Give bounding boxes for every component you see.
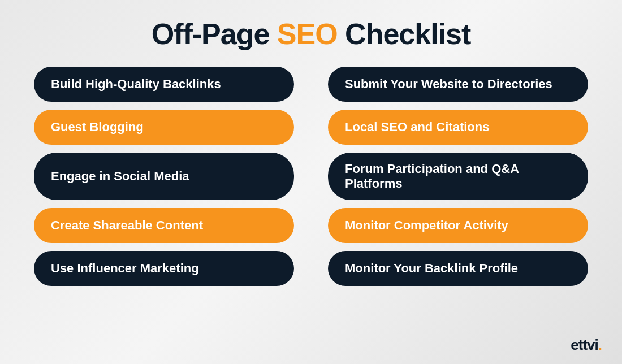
list-item: Guest Blogging [34,110,294,145]
checklist-grid: Build High-Quality Backlinks Submit Your… [34,67,588,286]
list-item: Use Influencer Marketing [34,251,294,286]
title-part1: Off-Page [152,18,277,50]
list-item: Forum Participation and Q&A Platforms [328,153,588,200]
list-item: Monitor Your Backlink Profile [328,251,588,286]
logo-text: ettvi [571,336,598,353]
list-item: Local SEO and Citations [328,110,588,145]
page-title: Off-Page SEO Checklist [152,17,471,51]
list-item: Monitor Competitor Activity [328,208,588,243]
title-part2: Checklist [338,18,471,50]
list-item: Create Shareable Content [34,208,294,243]
page-container: Off-Page SEO Checklist Build High-Qualit… [0,0,622,364]
list-item: Build High-Quality Backlinks [34,67,294,102]
list-item: Submit Your Website to Directories [328,67,588,102]
title-seo: SEO [277,18,338,50]
logo: ettvi. [571,336,602,354]
list-item: Engage in Social Media [34,153,294,200]
logo-dot: . [598,336,602,353]
